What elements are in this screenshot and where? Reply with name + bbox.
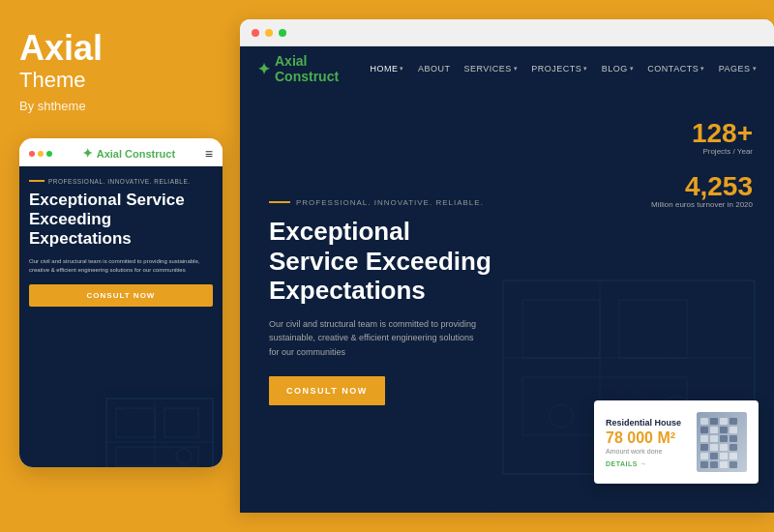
nav-items: HOME ▾ ABOUT SERVICES ▾ PROJECTS ▾ BLOG … xyxy=(370,64,757,74)
chrome-dot-red xyxy=(252,29,259,37)
svg-rect-0 xyxy=(106,399,213,467)
card-text: Residential House 78 000 M² Amount work … xyxy=(606,418,687,467)
nav-item-contacts[interactable]: CONTACTS ▾ xyxy=(647,64,704,74)
svg-rect-9 xyxy=(522,300,600,358)
desktop-mockup: ✦ Axial Construct HOME ▾ ABOUT SERVICES … xyxy=(240,19,774,513)
desktop-logo: ✦ Axial Construct xyxy=(257,53,370,84)
hero-stats: 128+ Projects / Year 4,253 Million euros… xyxy=(651,120,753,226)
desktop-nav: ✦ Axial Construct HOME ▾ ABOUT SERVICES … xyxy=(240,46,774,91)
home-chevron-icon: ▾ xyxy=(400,65,404,73)
services-chevron-icon: ▾ xyxy=(514,65,519,73)
building-grid xyxy=(697,412,747,472)
mobile-description: Our civil and structural team is committ… xyxy=(29,257,213,275)
desktop-hero: PROFESSIONAL. INNOVATIVE. RELIABLE. Exce… xyxy=(240,91,774,513)
projects-chevron-icon: ▾ xyxy=(583,65,588,73)
mobile-logo-text: Axial Construct xyxy=(97,148,175,160)
card-details-link[interactable]: DETAILS → xyxy=(606,460,687,467)
stat2-label: Million euros turnover in 2020 xyxy=(651,200,753,209)
building-windows xyxy=(700,418,737,468)
desktop-logo-text: Axial Construct xyxy=(275,53,370,84)
hero-description: Our civil and structural team is committ… xyxy=(269,317,482,359)
stat1-label: Projects / Year xyxy=(651,147,753,156)
mobile-heading: Exceptional Service Exceeding Expectatio… xyxy=(29,191,213,250)
mobile-top-bar: ✦ Axial Construct ≡ xyxy=(19,138,223,166)
hero-heading-line3: Expectations xyxy=(269,276,426,305)
svg-line-7 xyxy=(97,389,223,467)
brand-by: By shtheme xyxy=(19,99,86,113)
svg-rect-10 xyxy=(619,300,687,358)
mobile-mockup: ✦ Axial Construct ≡ PROFESSIONAL. INNOVA… xyxy=(19,138,223,467)
nav-item-pages[interactable]: PAGES ▾ xyxy=(719,64,757,74)
card-title: Residential House xyxy=(606,418,687,428)
brand-title: Axial xyxy=(19,29,103,68)
mobile-blueprint-bg xyxy=(97,389,223,467)
mobile-logo-icon: ✦ xyxy=(82,146,93,161)
svg-rect-3 xyxy=(116,447,198,466)
hero-content: PROFESSIONAL. INNOVATIVE. RELIABLE. Exce… xyxy=(240,169,521,434)
hero-cta-button[interactable]: CONSULT NOW xyxy=(269,376,385,405)
mobile-logo: ✦ Axial Construct xyxy=(82,146,175,161)
hero-heading-line1: Exceptional xyxy=(269,217,410,246)
mobile-tagline: PROFESSIONAL. INNOVATIVE. RELIABLE. xyxy=(29,178,213,185)
mobile-dot-yellow xyxy=(38,151,44,157)
svg-rect-2 xyxy=(164,408,198,437)
mobile-logo-colored: Construct xyxy=(125,148,175,160)
mobile-cta-button[interactable]: CONSULT NOW xyxy=(29,284,213,307)
nav-item-about[interactable]: ABOUT xyxy=(418,64,451,74)
chrome-dot-green xyxy=(279,29,286,37)
card-sublabel: Amount work done xyxy=(606,448,687,455)
desktop-chrome-bar xyxy=(240,19,774,46)
desktop-logo-icon: ✦ xyxy=(257,60,270,78)
nav-item-projects[interactable]: PROJECTS ▾ xyxy=(531,64,588,74)
chrome-dot-yellow xyxy=(265,29,273,37)
mobile-dot-green xyxy=(46,151,52,157)
hero-tagline: PROFESSIONAL. INNOVATIVE. RELIABLE. xyxy=(269,198,491,207)
pages-chevron-icon: ▾ xyxy=(753,65,758,73)
card-building-image xyxy=(697,412,747,472)
stat2-number: 4,253 xyxy=(651,173,753,200)
left-panel: Axial Theme By shtheme ✦ Axial Construct… xyxy=(0,0,240,532)
svg-point-6 xyxy=(176,449,192,464)
nav-item-blog[interactable]: BLOG ▾ xyxy=(602,64,635,74)
nav-item-home[interactable]: HOME ▾ xyxy=(370,64,404,74)
blog-chevron-icon: ▾ xyxy=(630,65,635,73)
mobile-content: PROFESSIONAL. INNOVATIVE. RELIABLE. Exce… xyxy=(19,166,223,467)
desktop-logo-plain: Axial xyxy=(275,53,307,69)
mobile-logo-plain: Axial xyxy=(97,148,122,160)
card-number: 78 000 M² xyxy=(606,430,687,446)
hero-heading: Exceptional Service Exceeding Expectatio… xyxy=(269,217,491,306)
mobile-dot-red xyxy=(29,151,35,157)
contacts-chevron-icon: ▾ xyxy=(700,65,705,73)
svg-point-15 xyxy=(550,404,573,428)
hero-heading-line2: Service Exceeding xyxy=(269,247,491,276)
residential-card: Residential House 78 000 M² Amount work … xyxy=(594,400,759,484)
nav-item-services[interactable]: SERVICES ▾ xyxy=(463,64,518,74)
stat1-number: 128+ xyxy=(651,120,753,147)
mobile-dots xyxy=(29,151,52,157)
mobile-hamburger-icon[interactable]: ≡ xyxy=(205,146,213,162)
desktop-logo-colored: Construct xyxy=(275,69,339,84)
brand-subtitle: Theme xyxy=(19,68,85,93)
